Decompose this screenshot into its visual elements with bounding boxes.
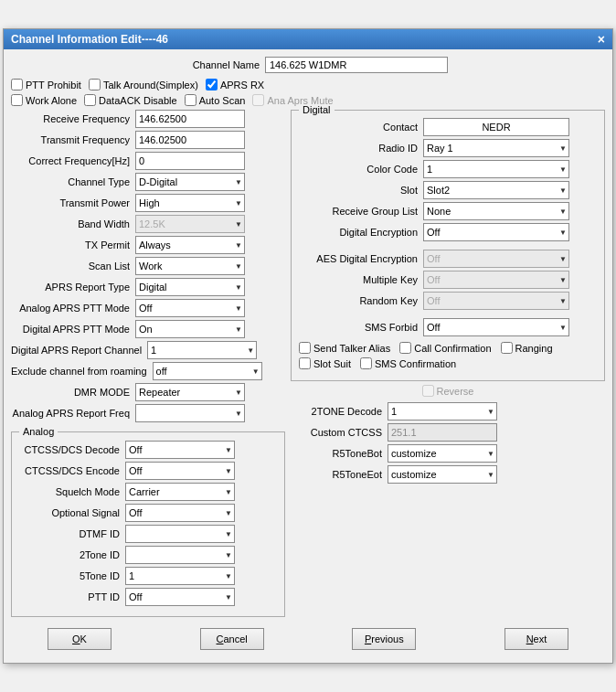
contact-input[interactable] xyxy=(423,118,569,136)
reverse-check[interactable] xyxy=(422,385,434,397)
aprs-rx-checkbox[interactable]: APRS RX xyxy=(206,79,264,90)
slot-suit-checkbox[interactable]: Slot Suit xyxy=(299,357,351,369)
scan-list-row: Scan List Work None xyxy=(11,257,285,275)
reverse-checkbox[interactable]: Reverse xyxy=(422,385,474,397)
footer-buttons: OK Cancel Previous Next xyxy=(11,623,605,655)
custom-ctcss-row: Custom CTCSS xyxy=(291,423,605,442)
ranging-label: Ranging xyxy=(515,343,553,354)
analog-aprs-report-freq-select[interactable] xyxy=(135,404,245,422)
dataack-disable-check[interactable] xyxy=(84,94,96,106)
talk-around-label: Talk Around(Simplex) xyxy=(103,80,198,90)
previous-button[interactable]: Previous xyxy=(352,628,416,650)
ranging-check[interactable] xyxy=(501,342,513,354)
ptt-prohibit-checkbox[interactable]: PTT Prohibit xyxy=(11,79,81,90)
send-talker-alias-check[interactable] xyxy=(299,342,311,354)
ana-aprs-mute-check[interactable] xyxy=(252,94,264,106)
analog-aprs-report-freq-row: Analog APRS Report Freq xyxy=(11,404,285,422)
aes-encryption-select[interactable]: Off xyxy=(423,250,569,268)
squelch-mode-select[interactable]: Carrier xyxy=(125,483,235,501)
slot-suit-check[interactable] xyxy=(299,357,311,369)
work-alone-check[interactable] xyxy=(11,94,23,106)
multiple-key-select[interactable]: Off xyxy=(423,271,569,289)
band-width-select[interactable]: 12.5K 25K xyxy=(135,215,245,233)
ptt-prohibit-check[interactable] xyxy=(11,79,23,90)
channel-name-input[interactable] xyxy=(265,57,448,73)
ctcss-encode-row: CTCSS/DCS Encode Off xyxy=(19,462,277,480)
aprs-report-type-select[interactable]: Digital Analog xyxy=(135,278,245,296)
reverse-row: Reverse xyxy=(291,385,605,397)
contact-label: Contact xyxy=(299,122,418,133)
color-code-select[interactable]: 1 2 xyxy=(423,160,569,178)
squelch-mode-label: Squelch Mode xyxy=(19,486,120,497)
random-key-select[interactable]: Off xyxy=(423,292,569,310)
2tone-decode-label: 2TONE Decode xyxy=(291,406,382,417)
transmit-freq-row: Transmit Frequency xyxy=(11,131,285,149)
dtmf-id-select[interactable] xyxy=(125,525,235,543)
exclude-roaming-select[interactable]: off on xyxy=(153,362,262,380)
auto-scan-checkbox[interactable]: Auto Scan xyxy=(185,94,246,106)
2tone-id-select[interactable] xyxy=(125,546,235,564)
main-grid: Receive Frequency Transmit Frequency Cor… xyxy=(11,110,605,617)
next-button[interactable]: Next xyxy=(504,628,568,650)
main-window: Channel Information Edit----46 × Channel… xyxy=(3,28,613,664)
call-confirmation-check[interactable] xyxy=(399,342,411,354)
multiple-key-row: Multiple Key Off xyxy=(299,271,597,289)
digital-aprs-report-channel-label: Digital APRS Report Channel xyxy=(11,345,142,356)
analog-aprs-ptt-mode-select[interactable]: Off On xyxy=(135,299,245,317)
5tone-id-select[interactable]: 1 xyxy=(125,567,235,585)
receive-group-list-row: Receive Group List None xyxy=(299,202,597,220)
talk-around-check[interactable] xyxy=(89,79,101,90)
receive-freq-input[interactable] xyxy=(135,110,245,128)
ctcss-decode-select[interactable]: Off xyxy=(125,441,235,459)
transmit-freq-input[interactable] xyxy=(135,131,245,149)
r5toneeof-label: R5ToneEot xyxy=(291,469,382,480)
dtmf-id-label: DTMF ID xyxy=(19,528,120,539)
correct-freq-row: Correct Frequency[Hz] xyxy=(11,152,285,170)
ranging-checkbox[interactable]: Ranging xyxy=(501,342,553,354)
ptt-id-label: PTT ID xyxy=(19,591,120,602)
custom-ctcss-input[interactable] xyxy=(388,423,497,442)
r5toneeof-select[interactable]: customize xyxy=(388,465,497,484)
digital-aprs-report-channel-select[interactable]: 1 2 3 xyxy=(147,341,257,359)
close-button[interactable]: × xyxy=(598,33,605,46)
receive-group-list-select[interactable]: None xyxy=(423,202,569,220)
optional-signal-label: Optional Signal xyxy=(19,507,120,518)
ok-button[interactable]: OK xyxy=(48,628,112,650)
dmr-mode-select[interactable]: Repeater Direct xyxy=(135,383,245,401)
channel-name-label: Channel Name xyxy=(168,59,260,70)
digital-encryption-select[interactable]: Off xyxy=(423,223,569,241)
scan-list-select[interactable]: Work None xyxy=(135,257,245,275)
aprs-rx-check[interactable] xyxy=(206,79,218,90)
slot-select[interactable]: Slot1 Slot2 xyxy=(423,181,569,199)
analog-aprs-ptt-mode-row: Analog APRS PTT Mode Off On xyxy=(11,299,285,317)
2tone-decode-select[interactable]: 1 xyxy=(388,402,497,421)
send-talker-alias-checkbox[interactable]: Send Talker Alias xyxy=(299,342,390,354)
channel-type-select[interactable]: D-Digital A-Analog xyxy=(135,173,245,191)
send-talker-alias-label: Send Talker Alias xyxy=(313,343,390,354)
dataack-disable-checkbox[interactable]: DataACK Disable xyxy=(84,94,177,106)
ok-label: OK xyxy=(72,633,87,644)
work-alone-checkbox[interactable]: Work Alone xyxy=(11,94,77,106)
5tone-id-label: 5Tone ID xyxy=(19,570,120,581)
sms-forbid-select[interactable]: Off On xyxy=(423,318,569,336)
dmr-mode-label: DMR MODE xyxy=(11,387,130,398)
talk-around-checkbox[interactable]: Talk Around(Simplex) xyxy=(89,79,198,90)
r5tonebot-select[interactable]: customize xyxy=(388,444,497,463)
digital-group-legend: Digital xyxy=(299,104,335,115)
ptt-id-select[interactable]: Off xyxy=(125,588,235,606)
optional-signal-select[interactable]: Off xyxy=(125,504,235,522)
transmit-freq-label: Transmit Frequency xyxy=(11,134,130,145)
sms-confirmation-check[interactable] xyxy=(360,357,372,369)
right-panel: Digital Contact Radio ID Ray 1 xyxy=(291,110,605,617)
digital-aprs-ptt-mode-select[interactable]: On Off xyxy=(135,320,245,338)
sms-confirmation-checkbox[interactable]: SMS Confirmation xyxy=(360,357,456,369)
tx-permit-select[interactable]: Always Channel Free CTCSS/DCS Color Code xyxy=(135,236,245,254)
auto-scan-check[interactable] xyxy=(185,94,196,106)
transmit-power-select[interactable]: High Low Middle xyxy=(135,194,245,212)
ctcss-encode-select[interactable]: Off xyxy=(125,462,235,480)
correct-freq-input[interactable] xyxy=(135,152,245,170)
call-confirmation-checkbox[interactable]: Call Confirmation xyxy=(399,342,491,354)
radio-id-select[interactable]: Ray 1 xyxy=(423,139,569,157)
cancel-button[interactable]: Cancel xyxy=(200,628,264,650)
correct-freq-label: Correct Frequency[Hz] xyxy=(11,155,130,166)
